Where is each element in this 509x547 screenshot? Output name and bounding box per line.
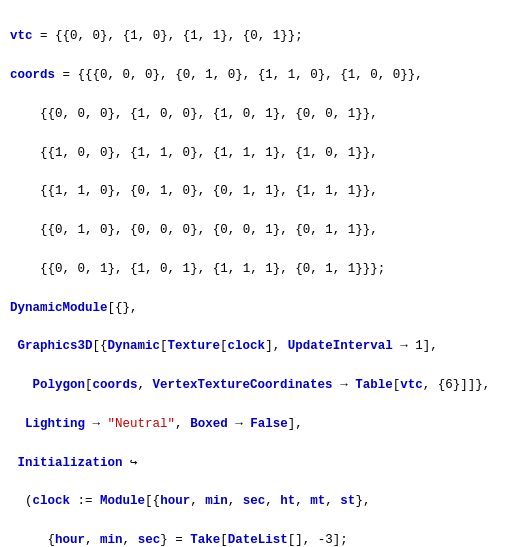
line-14: {hour, min, sec} = Take[DateList[], -3]; xyxy=(10,531,499,547)
line-10: Polygon[coords, VertexTextureCoordinates… xyxy=(10,376,499,395)
line-13: (clock := Module[{hour, min, sec, ht, mt… xyxy=(10,492,499,511)
line-12: Initialization ↪ xyxy=(10,454,499,473)
line-8: DynamicModule[{}, xyxy=(10,299,499,318)
line-9: Graphics3D[{Dynamic[Texture[clock], Upda… xyxy=(10,337,499,356)
line-3: {{0, 0, 0}, {1, 0, 0}, {1, 0, 1}, {0, 0,… xyxy=(10,105,499,124)
line-6: {{0, 1, 0}, {0, 0, 0}, {0, 0, 1}, {0, 1,… xyxy=(10,221,499,240)
line-4: {{1, 0, 0}, {1, 1, 0}, {1, 1, 1}, {1, 0,… xyxy=(10,144,499,163)
line-11: Lighting → "Neutral", Boxed → False], xyxy=(10,415,499,434)
line-1: vtc = {{0, 0}, {1, 0}, {1, 1}, {0, 1}}; xyxy=(10,27,499,46)
line-5: {{1, 1, 0}, {0, 1, 0}, {0, 1, 1}, {1, 1,… xyxy=(10,182,499,201)
code-block: vtc = {{0, 0}, {1, 0}, {1, 1}, {0, 1}}; … xyxy=(0,0,509,547)
line-2: coords = {{{0, 0, 0}, {0, 1, 0}, {1, 1, … xyxy=(10,66,499,85)
line-7: {{0, 0, 1}, {1, 0, 1}, {1, 1, 1}, {0, 1,… xyxy=(10,260,499,279)
